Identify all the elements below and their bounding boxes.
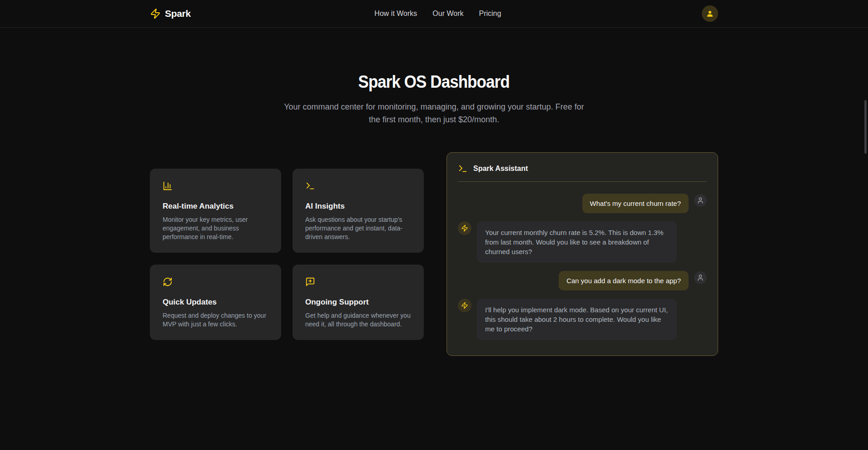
vertical-scrollbar[interactable] [864, 100, 867, 154]
feature-card-realtime-analytics[interactable]: Real-time Analytics Monitor your key met… [150, 169, 281, 253]
feature-description: Request and deploy changes to your MVP w… [163, 311, 268, 329]
assistant-avatar-zap-icon [458, 299, 471, 312]
top-navigation-bar: Spark How it Works Our Work Pricing [0, 0, 868, 28]
hero-section: Spark OS Dashboard Your command center f… [0, 28, 868, 126]
feature-title: Quick Updates [163, 297, 268, 307]
feature-card-quick-updates[interactable]: Quick Updates Request and deploy changes… [150, 265, 281, 340]
user-icon [706, 10, 714, 18]
refresh-icon [163, 277, 173, 287]
terminal-icon [458, 164, 468, 174]
feature-description: Monitor your key metrics, user engagemen… [163, 215, 268, 241]
assistant-panel-header: Spark Assistant [458, 164, 707, 182]
assistant-avatar-zap-icon [458, 221, 471, 235]
feature-description: Get help and guidance whenever you need … [305, 311, 411, 329]
chat-message-list: What's my current churn rate? Your curre… [458, 194, 707, 346]
message-square-plus-icon [305, 277, 315, 287]
feature-grid: Real-time Analytics Monitor your key met… [150, 169, 424, 340]
zap-icon [150, 8, 161, 19]
main-nav: How it Works Our Work Pricing [374, 0, 501, 27]
nav-link-how-it-works[interactable]: How it Works [374, 10, 417, 18]
nav-link-pricing[interactable]: Pricing [479, 10, 501, 18]
feature-title: AI Insights [305, 201, 411, 211]
chat-message-assistant: Your current monthly churn rate is 5.2%.… [458, 221, 707, 263]
assistant-message-bubble: I'll help you implement dark mode. Based… [477, 299, 677, 340]
page-subtitle: Your command center for monitoring, mana… [278, 100, 591, 126]
feature-title: Real-time Analytics [163, 201, 268, 211]
spark-assistant-panel: Spark Assistant What's my current churn … [446, 152, 718, 356]
chat-message-assistant: I'll help you implement dark mode. Based… [458, 299, 707, 340]
user-message-bubble: Can you add a dark mode to the app? [559, 271, 689, 290]
chat-message-user: Can you add a dark mode to the app? [458, 271, 707, 290]
account-button[interactable] [702, 5, 718, 22]
terminal-icon [305, 181, 315, 191]
user-message-bubble: What's my current churn rate? [582, 194, 689, 213]
spark-logo[interactable]: Spark [150, 8, 191, 19]
page-title: Spark OS Dashboard [358, 71, 510, 92]
logo-label: Spark [165, 8, 191, 19]
nav-link-our-work[interactable]: Our Work [432, 10, 463, 18]
feature-card-ai-insights[interactable]: AI Insights Ask questions about your sta… [293, 169, 424, 253]
feature-title: Ongoing Support [305, 297, 411, 307]
feature-description: Ask questions about your startup's perfo… [305, 215, 411, 241]
assistant-panel-title: Spark Assistant [473, 165, 528, 173]
feature-card-ongoing-support[interactable]: Ongoing Support Get help and guidance wh… [293, 265, 424, 340]
main-content: Real-time Analytics Monitor your key met… [150, 152, 718, 356]
chat-message-user: What's my current churn rate? [458, 194, 707, 213]
user-avatar [694, 194, 707, 207]
assistant-message-bubble: Your current monthly churn rate is 5.2%.… [477, 221, 677, 263]
user-avatar [694, 271, 707, 284]
bar-chart-icon [163, 181, 173, 191]
